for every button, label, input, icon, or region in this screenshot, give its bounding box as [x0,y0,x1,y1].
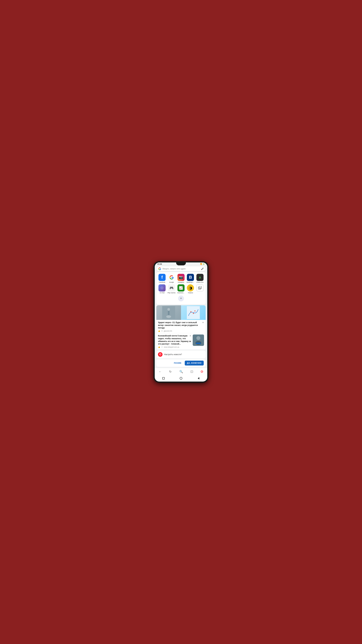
home-icon [180,377,182,380]
news-image-right [181,305,206,320]
app-booking[interactable]: B Booking.c... [186,274,195,283]
search-icon: 🔍 [179,370,183,374]
svg-point-8 [190,311,191,312]
bottom-nav: ← ↻ 🔍 2 O • [155,368,207,376]
phone-frame: 23:58 📶 🔋 Введіть запрос или адрес 🎤 f [153,261,209,383]
chess-label: Chess.com [196,282,204,283]
news-article-2-text: ✕ Коломойский почти 5 месяцев сидел, что… [158,334,191,348]
refresh-icon: ↻ [169,370,172,374]
refresh-button[interactable]: ↻ [168,369,173,374]
booking-label: Booking.c... [187,282,194,283]
svg-point-12 [196,336,200,340]
status-icons: 📶 🔋 [200,263,205,265]
app-grid: f Facebook Google [156,272,206,304]
source-2: news.telegraf.com.ua [164,346,179,348]
notch [176,262,186,265]
instagram-label: Instagram [178,282,184,283]
news-image-left [156,305,181,320]
playgames-icon: 🎮 [168,284,175,292]
back-triangle-icon [198,377,199,380]
app-business[interactable]: 📈 Business... [176,284,185,294]
news-article-2[interactable]: ✕ Коломойский почти 5 месяцев сидел, что… [156,333,206,350]
phone-screen: 23:58 📶 🔋 Введіть запрос или адрес 🎤 f [155,262,207,382]
likes-count-1: 0 [162,330,162,332]
app-instagram[interactable]: 📷 Instagram [176,274,185,283]
google-icon [168,274,175,281]
svg-point-10 [193,313,194,314]
search-bar[interactable]: Введіть запрос или адрес 🎤 [156,266,206,271]
close-article-1-button[interactable]: ✕ [202,321,204,324]
news-meta-2: 👍 2 news.telegraf.com.ua [158,346,191,348]
facebook-label: Facebook [159,282,165,283]
app-more[interactable]: ★ [195,284,204,294]
svg-rect-5 [168,311,169,315]
battery-icon: 🔋 [203,263,205,265]
promo-yes-button[interactable]: ДА, КОНЕЧНО [185,361,204,366]
article-2-thumbnail [193,334,204,346]
news-title-2: Коломойский почти 5 месяцев сидел, чтобы… [158,334,191,345]
svg-point-4 [167,308,170,311]
app-aichat[interactable]: ⬡ AI Chat [158,284,167,294]
news-meta-1: 👍 0 glavred.info [158,330,204,332]
opera-logo: O [158,352,162,357]
facebook-icon: f [158,274,166,281]
like-icon-1: 👍 [158,330,160,332]
back-icon: ← [159,370,162,374]
home-button[interactable] [179,377,183,380]
search-button[interactable]: 🔍 [178,369,184,374]
search-input[interactable]: Введіть запрос или адрес [162,268,201,270]
playgames-label: Play Games [168,292,175,294]
system-nav [155,376,207,382]
recent-apps-button[interactable] [162,377,165,380]
aichat-label: AI Chat [160,292,164,294]
app-row-2: ⬡ AI Chat 🎮 Play Games 📈 Business... ◑ Н… [157,284,205,294]
tabs-count: 2 [191,370,193,373]
svg-point-9 [194,310,195,312]
mic-icon[interactable]: 🎤 [201,268,204,270]
likes-count-2: 2 [162,346,162,348]
business-icon: 📈 [177,284,185,292]
news-label: Новини [188,292,193,294]
app-row-1: f Facebook Google [157,274,205,283]
close-article-2-button[interactable]: ✕ [189,334,191,337]
more-icon: ★ [196,284,204,292]
news-article-1[interactable]: ✕ Ударит мороз -13, будет снег и сильный… [156,320,206,333]
opera-promo-text: Настроїть новости? [164,353,204,356]
back-button[interactable]: ← [157,370,163,374]
svg-point-6 [166,315,171,318]
news-section: ✕ Ударит мороз -13, будет снег и сильный… [156,305,206,350]
news-icon: ◑ [187,284,194,292]
google-label: Google [169,282,174,283]
instagram-icon: 📷 [177,274,185,281]
app-facebook[interactable]: f Facebook [158,274,167,283]
booking-icon: B [187,274,194,281]
tabs-button[interactable]: 2 [189,370,194,374]
add-shortcut-button[interactable]: + [178,296,184,302]
system-back-button[interactable] [197,377,200,380]
chess-icon: ♟ [196,274,204,281]
aichat-icon: ⬡ [158,284,166,292]
promo-later-button[interactable]: ПОЗЖЕ [172,361,183,366]
wifi-icon: 📶 [200,263,202,265]
app-chess[interactable]: ♟ Chess.com [195,274,204,283]
app-news[interactable]: ◑ Новини [186,284,195,294]
svg-rect-14 [196,342,201,344]
svg-text:★: ★ [200,287,201,288]
news-images [156,305,206,320]
business-label: Business... [177,292,185,294]
app-playgames[interactable]: 🎮 Play Games [167,284,176,294]
news-title-1: Ударит мороз -13, будет снег и сильный в… [158,321,204,329]
source-1: glavred.info [164,330,172,332]
promo-actions: ПОЗЖЕ ДА, КОНЕЧНО [156,359,206,367]
opera-menu-button[interactable]: O • [199,370,205,374]
status-time: 23:58 [157,263,162,265]
like-icon-2: 👍 [158,346,160,348]
app-google[interactable]: Google [167,274,176,283]
add-shortcut: + [157,295,205,303]
square-icon [162,377,165,380]
google-logo [158,267,161,270]
opera-nav-icon: O [201,370,203,374]
opera-promo: O Настроїть новости? [156,350,206,358]
